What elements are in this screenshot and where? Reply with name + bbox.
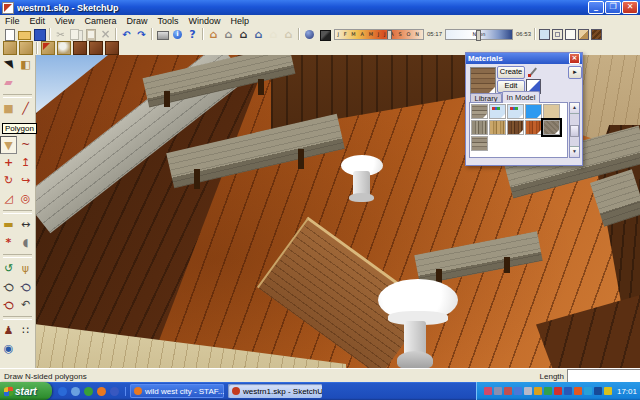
material-swatch-default-material[interactable] — [507, 104, 524, 119]
tool-position-camera[interactable]: ♟ — [0, 322, 17, 340]
shadow-date-slider[interactable]: J F M A M J J A S O N D — [334, 29, 424, 40]
tool-push-pull[interactable]: ↥ — [17, 154, 34, 172]
material-swatch-wood-vertical-brown[interactable] — [507, 120, 524, 135]
open-icon[interactable] — [18, 28, 31, 41]
menu-tools[interactable]: Tools — [152, 16, 183, 26]
materials-close-button[interactable]: × — [569, 53, 580, 64]
tool-orbit[interactable]: ↺ — [0, 260, 17, 278]
paste-icon[interactable] — [84, 28, 97, 41]
create-material-button[interactable]: Create — [497, 66, 525, 79]
tray-4-icon[interactable] — [514, 387, 522, 395]
tool-protractor[interactable]: ◖ — [17, 234, 34, 252]
help-icon[interactable] — [186, 28, 199, 41]
tray-11-icon[interactable] — [584, 387, 592, 395]
get-current-view-icon[interactable] — [41, 41, 55, 55]
tool-rectangle[interactable]: ■ — [0, 100, 17, 118]
task-button-1[interactable]: wild west city - STAF... — [130, 384, 224, 398]
cut-icon[interactable] — [54, 28, 67, 41]
tray-2-icon[interactable] — [494, 387, 502, 395]
top-view-icon[interactable] — [222, 28, 235, 41]
tool-look-around[interactable]: ◉ — [0, 340, 17, 358]
menu-edit[interactable]: Edit — [25, 16, 51, 26]
shaded-with-textures-icon[interactable] — [591, 29, 602, 40]
shadow-time-thumb[interactable] — [476, 30, 481, 41]
tray-9-icon[interactable] — [564, 387, 572, 395]
iso-view-icon[interactable] — [207, 28, 220, 41]
menu-window[interactable]: Window — [183, 16, 225, 26]
tool-line[interactable]: ╱ — [17, 100, 34, 118]
tray-6-icon[interactable] — [534, 387, 542, 395]
redo-icon[interactable] — [135, 28, 148, 41]
tool-axes[interactable]: * — [0, 234, 17, 252]
scroll-thumb[interactable] — [570, 125, 579, 137]
material-swatch-wood-planks-gray[interactable] — [471, 104, 488, 119]
close-button[interactable]: ✕ — [622, 1, 638, 14]
restore-button[interactable]: ❐ — [605, 1, 621, 14]
menu-camera[interactable]: Camera — [79, 16, 121, 26]
component-library-icon[interactable] — [3, 41, 17, 55]
tool-scale[interactable]: ◿ — [0, 190, 17, 208]
menu-draw[interactable]: Draw — [121, 16, 152, 26]
shadow-date-thumb[interactable] — [387, 30, 392, 40]
tool-paint-bucket[interactable]: ◧ — [17, 56, 34, 74]
shaded-icon[interactable] — [578, 29, 589, 40]
photo-texture-icon[interactable] — [73, 41, 87, 55]
task-button-2[interactable]: westrn1.skp - SketchUp — [228, 384, 322, 398]
erase-icon[interactable] — [99, 28, 112, 41]
tool-rotate[interactable]: ↻ — [0, 172, 17, 190]
materials-scrollbar[interactable]: ▲ ▼ — [569, 102, 580, 158]
window-titlebar[interactable]: westrn1.skp - SketchUp _ ❐ ✕ — [0, 0, 640, 15]
material-swatch-wood-graybrown-selected[interactable] — [543, 120, 560, 135]
materials-library-icon[interactable] — [19, 41, 33, 55]
tray-5-icon[interactable] — [524, 387, 532, 395]
eyedropper-icon[interactable] — [527, 66, 539, 78]
tool-move[interactable]: + — [0, 154, 17, 172]
tray-8-icon[interactable] — [554, 387, 562, 395]
shadow-time-slider[interactable]: Noon — [445, 29, 513, 40]
material-swatch-wood-planks-gray-2[interactable] — [471, 136, 488, 151]
material-swatch-solid-blue[interactable] — [525, 104, 542, 119]
material-swatch-wood-vertical-tan[interactable] — [489, 120, 506, 135]
vcb-length-input[interactable] — [567, 369, 640, 383]
tray-7-icon[interactable] — [544, 387, 552, 395]
materials-dialog-titlebar[interactable]: Materials × — [466, 53, 582, 64]
menu-file[interactable]: File — [0, 16, 25, 26]
tool-polygon[interactable]: ▼ — [0, 136, 17, 154]
shadow-settings-icon[interactable] — [303, 28, 316, 41]
shadow-toggle-icon[interactable] — [318, 28, 331, 41]
wireframe-icon[interactable] — [552, 29, 563, 40]
tool-previous[interactable]: ↶ — [17, 296, 34, 314]
material-swatch-wood-vertical-gray[interactable] — [471, 120, 488, 135]
menu-view[interactable]: View — [50, 16, 79, 26]
print-icon[interactable] — [156, 28, 169, 41]
scroll-up-arrow[interactable]: ▲ — [570, 103, 579, 114]
left-view-icon[interactable] — [282, 28, 295, 41]
material-swatch-default-material[interactable] — [489, 104, 506, 119]
details-arrow-button[interactable]: ► — [568, 66, 582, 79]
tray-3-icon[interactable] — [504, 387, 512, 395]
minimize-button[interactable]: _ — [588, 1, 604, 14]
right-view-icon[interactable] — [252, 28, 265, 41]
tool-dimension[interactable]: ↔ — [17, 216, 34, 234]
hidden-line-icon[interactable] — [565, 29, 576, 40]
copy-icon[interactable] — [69, 28, 82, 41]
tool-walk[interactable]: ∷ — [17, 322, 34, 340]
save-icon[interactable] — [33, 28, 46, 41]
internet-explorer-icon[interactable] — [58, 387, 67, 396]
toggle-terrain-icon[interactable] — [57, 41, 71, 55]
tab-in-model[interactable]: In Model — [502, 91, 540, 103]
new-icon[interactable] — [3, 28, 16, 41]
taskbar-clock[interactable]: 17:01 — [617, 387, 637, 396]
get-models-icon[interactable] — [89, 41, 103, 55]
share-model-icon[interactable] — [105, 41, 119, 55]
scroll-down-arrow[interactable]: ▼ — [570, 146, 579, 157]
material-swatch-solid-tan[interactable] — [543, 104, 560, 119]
xray-icon[interactable] — [539, 29, 550, 40]
tool-offset[interactable]: ◎ — [17, 190, 34, 208]
app-blue-icon[interactable] — [71, 387, 80, 396]
app-green-icon[interactable] — [84, 387, 93, 396]
tray-13-icon[interactable] — [604, 387, 612, 395]
material-swatch-wood-vertical-red[interactable] — [525, 120, 542, 135]
tool-select[interactable]: ◥ — [0, 55, 18, 75]
tool-follow-me[interactable]: ↪ — [17, 172, 34, 190]
